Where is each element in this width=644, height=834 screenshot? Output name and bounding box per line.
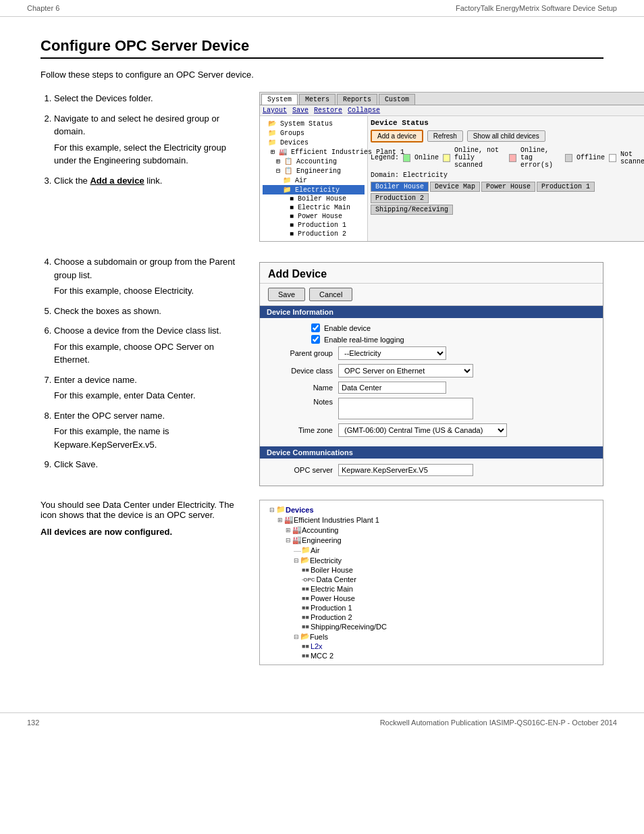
electric-main-label: Electric Main (311, 585, 353, 593)
tab-custom[interactable]: Custom (379, 94, 415, 105)
tree-item-accounting[interactable]: ⊞ 📋 Accounting (263, 157, 365, 166)
collapse-link[interactable]: Collapse (348, 107, 380, 114)
tab-power-house[interactable]: Power House (481, 182, 535, 192)
ds-tabs-row2: Shipping/Receiving (371, 205, 644, 215)
tab-boiler-house[interactable]: Boiler House (371, 182, 429, 192)
enable-device-checkbox[interactable] (311, 323, 320, 332)
fuels-icon: 📂 (300, 632, 310, 641)
tree-item-boiler[interactable]: ■ Boiler House (263, 194, 365, 203)
tree-item-system-status[interactable]: 📂 System Status (263, 119, 365, 128)
panel-tabs: System Meters Reports Custom (260, 93, 644, 105)
section1-layout: Select the Devices folder. Navigate to a… (41, 92, 603, 242)
tree-panel: ⊟ 📁 Devices ⊞ 🏭 Efficient Industries Pla… (259, 500, 603, 665)
legend-online-text: Online (414, 154, 439, 161)
tab-meters[interactable]: Meters (299, 94, 336, 105)
tree-boiler[interactable]: ■■ Boiler House (264, 565, 599, 575)
parent-group-row: Parent group --Electricity (271, 346, 592, 360)
tree-shipping[interactable]: ■■ Shipping/Receiving/DC (264, 622, 599, 631)
parent-group-label: Parent group (271, 349, 338, 357)
step-7: Enter a device name. For this example, e… (54, 373, 243, 402)
name-input[interactable] (338, 382, 446, 394)
step-2: Navigate to and select he desired group … (54, 112, 243, 167)
electricity-icon: 📂 (300, 556, 310, 565)
device-class-select[interactable]: OPC Server on Ethernet (338, 364, 473, 377)
tab-device-map[interactable]: Device Map (430, 182, 480, 192)
tree-item-plant1[interactable]: ⊞ 🏭 Efficient Industries Plant 1 (263, 147, 365, 157)
panel-right: Device Status Add a device Refresh Show … (368, 116, 644, 241)
step-1-text: Select the Devices folder. (54, 93, 153, 103)
cancel-button[interactable]: Cancel (309, 288, 352, 301)
tab-production1[interactable]: Production 1 (537, 182, 595, 192)
tree-item-engineering[interactable]: ⊟ 📋 Engineering (263, 166, 365, 176)
opc-server-input[interactable] (338, 464, 473, 476)
steps-col-2: Choose a subdomain or group from the Par… (41, 255, 243, 486)
notes-row: Notes (271, 398, 592, 419)
power-house-label: Power House (311, 594, 355, 602)
tree-mcc2[interactable]: ■■ MCC 2 (264, 651, 599, 660)
step-5: Check the boxes as shown. (54, 305, 243, 318)
tree-production2[interactable]: ■■ Production 2 (264, 613, 599, 622)
tab-reports[interactable]: Reports (337, 94, 377, 105)
tree-engineering[interactable]: ⊟ 🏭 Engineering (264, 535, 599, 545)
save-button[interactable]: Save (268, 288, 305, 301)
device-comms-form: OPC server (260, 459, 603, 486)
panel-tree: 📂 System Status 📁 Groups 📁 Devices ⊞ 🏭 E… (260, 116, 368, 241)
tree-data-center[interactable]: ·OPC Data Center (264, 575, 599, 584)
notes-textarea[interactable] (338, 398, 473, 419)
enable-device-label: Enable device (324, 324, 371, 332)
tree-item-prod1[interactable]: ■ Production 1 (263, 221, 365, 230)
tab-shipping[interactable]: Shipping/Receiving (371, 205, 453, 215)
tree-item-electric-main[interactable]: ■ Electric Main (263, 203, 365, 212)
tree-electricity[interactable]: ⊟ 📂 Electricity (264, 555, 599, 565)
tree-item-groups[interactable]: 📁 Groups (263, 128, 365, 138)
tree-item-air[interactable]: 📁 Air (263, 176, 365, 185)
device-info-header: Device Information (260, 306, 603, 318)
step-7-note: For this example, enter Data Center. (54, 389, 243, 402)
steps-list-2: Choose a subdomain or group from the Par… (41, 255, 243, 471)
tree-item-power-house[interactable]: ■ Power House (263, 212, 365, 221)
tree-item-devices[interactable]: 📁 Devices (263, 138, 365, 147)
intro-text: Follow these steps to configure an OPC S… (41, 70, 603, 80)
tree-item-prod2[interactable]: ■ Production 2 (263, 230, 365, 238)
show-child-button[interactable]: Show all child devices (467, 130, 545, 142)
device-class-label: Device class (271, 367, 338, 375)
electricity-expand: ⊟ (294, 557, 299, 564)
bottom-steps: You should see Data Center under Electri… (41, 500, 243, 665)
accounting-icon: 🏭 (292, 525, 302, 534)
layout-link[interactable]: Layout (263, 107, 287, 114)
page-footer: 132 Rockwell Automation Publication IASI… (0, 712, 644, 732)
electric-main-icon: ■■ (302, 585, 309, 592)
plant1-label: Efficient Industries Plant 1 (294, 516, 379, 524)
legend-tagerr-text: Online, tag error(s) (520, 147, 561, 169)
add-device-button[interactable]: Add a device (371, 130, 423, 142)
engineering-label: Engineering (302, 536, 342, 544)
restore-link[interactable]: Restore (314, 107, 342, 114)
save-link[interactable]: Save (292, 107, 308, 114)
l2x-label: L2x (311, 642, 323, 650)
enable-device-row: Enable device (271, 323, 592, 332)
refresh-button[interactable]: Refresh (427, 130, 463, 142)
tree-power-house[interactable]: ■■ Power House (264, 594, 599, 603)
tree-item-electricity[interactable]: 📁 Electricity (263, 185, 365, 194)
page-content: Configure OPC Server Device Follow these… (0, 17, 644, 692)
tree-air[interactable]: — 📁 Air (264, 545, 599, 555)
device-comms-header: Device Communications (260, 446, 603, 459)
tree-fuels[interactable]: ⊟ 📂 Fuels (264, 631, 599, 642)
step-8-note: For this example, the name is Kepware.Ke… (54, 425, 243, 451)
device-status-title: Device Status (371, 119, 644, 127)
fuels-label: Fuels (310, 633, 328, 641)
tree-plant1[interactable]: ⊞ 🏭 Efficient Industries Plant 1 (264, 515, 599, 525)
tree-production1[interactable]: ■■ Production 1 (264, 603, 599, 613)
domain-label: Domain: (371, 172, 403, 179)
enable-logging-checkbox[interactable] (311, 335, 320, 344)
tab-production2[interactable]: Production 2 (371, 193, 429, 203)
mcc2-label: MCC 2 (311, 652, 333, 660)
legend-row: Legend: Online Online, not fully scanned… (371, 147, 644, 169)
parent-group-select[interactable]: --Electricity (338, 346, 446, 360)
tab-system[interactable]: System (261, 94, 298, 105)
timezone-select[interactable]: (GMT-06:00) Central Time (US & Canada) (338, 423, 507, 437)
tree-accounting[interactable]: ⊞ 🏭 Accounting (264, 525, 599, 535)
tree-electric-main[interactable]: ■■ Electric Main (264, 584, 599, 594)
boiler-label: Boiler House (311, 566, 353, 574)
tree-l2x[interactable]: ■■ L2x (264, 642, 599, 651)
